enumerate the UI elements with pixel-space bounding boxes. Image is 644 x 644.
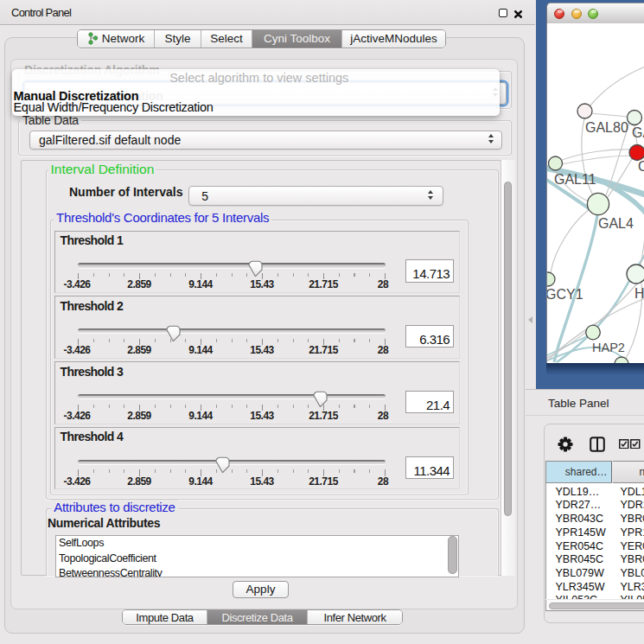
svg-text:C: C bbox=[638, 159, 644, 174]
svg-text:GCY1: GCY1 bbox=[547, 287, 583, 302]
svg-text:GAL4: GAL4 bbox=[598, 216, 634, 231]
svg-text:H: H bbox=[634, 286, 644, 301]
svg-text:GA: GA bbox=[632, 125, 644, 140]
svg-text:GAL80: GAL80 bbox=[585, 120, 628, 135]
svg-text:GAL11: GAL11 bbox=[554, 172, 596, 187]
svg-text:HAP2: HAP2 bbox=[592, 341, 625, 354]
